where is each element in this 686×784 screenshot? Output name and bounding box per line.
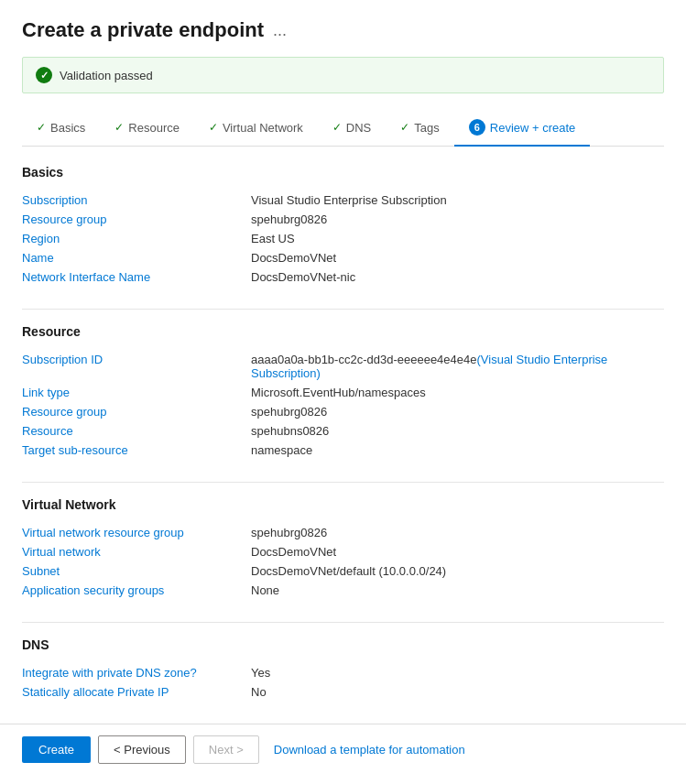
field-vnet-rg-value: spehubrg0826 [251, 526, 664, 539]
field-name: Name DocsDemoVNet [22, 248, 664, 267]
field-resource-rg-label: Resource group [22, 405, 251, 419]
tab-basics-label: Basics [50, 121, 85, 135]
field-asg-value: None [251, 583, 664, 597]
field-target-label: Target sub-resource [22, 443, 251, 457]
page-title: Create a private endpoint ... [22, 18, 664, 42]
resource-section-title: Resource [22, 324, 664, 339]
page-title-text: Create a private endpoint [22, 18, 264, 42]
field-resource-label: Resource [22, 424, 251, 438]
field-subnet-value: DocsDemoVNet/default (10.0.0.0/24) [251, 564, 664, 578]
field-vnet-rg-label: Virtual network resource group [22, 526, 251, 539]
field-integrate-dns-value: Yes [251, 666, 664, 680]
field-resource-value: spehubns0826 [251, 424, 664, 438]
divider-vnet-dns [22, 622, 664, 623]
tab-basics-check: ✓ [37, 121, 46, 134]
field-rg-value: spehubrg0826 [251, 212, 664, 226]
tab-dns-label: DNS [346, 121, 371, 135]
divider-resource-vnet [22, 482, 664, 483]
field-integrate-dns: Integrate with private DNS zone? Yes [22, 663, 664, 682]
field-resource-group: Resource group spehubrg0826 [22, 210, 664, 229]
field-link-type-value: Microsoft.EventHub/namespaces [251, 386, 664, 399]
field-integrate-dns-label: Integrate with private DNS zone? [22, 666, 251, 680]
download-template-link[interactable]: Download a template for automation [267, 736, 473, 763]
field-name-value: DocsDemoVNet [251, 251, 664, 265]
tab-resource-check: ✓ [114, 121, 124, 134]
tabs-bar: ✓ Basics ✓ Resource ✓ Virtual Network ✓ … [22, 110, 664, 147]
field-vnet-rg: Virtual network resource group spehubrg0… [22, 523, 664, 542]
bottom-bar: Create < Previous Next > Download a temp… [0, 724, 686, 775]
validation-text: Validation passed [60, 69, 153, 82]
field-region-value: East US [251, 232, 664, 245]
page-title-ellipsis: ... [273, 21, 287, 40]
tab-review-badge: 6 [469, 119, 485, 136]
dns-section-title: DNS [22, 637, 664, 652]
field-subscription-id: Subscription ID aaaa0a0a-bb1b-cc2c-dd3d-… [22, 350, 664, 383]
validation-banner: Validation passed [22, 57, 664, 93]
field-static-ip-value: No [251, 685, 664, 699]
basics-section-title: Basics [22, 165, 664, 180]
tab-dns-check: ✓ [332, 121, 342, 134]
vnet-section-title: Virtual Network [22, 497, 664, 512]
field-sub-id-value: aaaa0a0a-bb1b-cc2c-dd3d-eeeeee4e4e4e(Vis… [251, 353, 664, 380]
field-subscription: Subscription Visual Studio Enterprise Su… [22, 191, 664, 210]
field-nic-name: Network Interface Name DocsDemoVNet-nic [22, 267, 664, 287]
field-vnet-label: Virtual network [22, 545, 251, 559]
field-asg-label: Application security groups [22, 583, 251, 597]
basics-section: Basics Subscription Visual Studio Enterp… [22, 165, 664, 287]
tab-tags-label: Tags [414, 121, 439, 135]
tab-review-label: Review + create [490, 121, 576, 135]
field-rg-label: Resource group [22, 212, 251, 226]
field-static-ip: Statically allocate Private IP No [22, 682, 664, 702]
tab-dns[interactable]: ✓ DNS [318, 112, 386, 146]
field-subscription-value: Visual Studio Enterprise Subscription [251, 193, 664, 207]
field-resource-rg: Resource group spehubrg0826 [22, 402, 664, 421]
field-link-type-label: Link type [22, 386, 251, 399]
resource-section: Resource Subscription ID aaaa0a0a-bb1b-c… [22, 324, 664, 460]
field-target-sub-resource: Target sub-resource namespace [22, 441, 664, 460]
tab-resource[interactable]: ✓ Resource [100, 112, 194, 146]
field-vnet: Virtual network DocsDemoVNet [22, 542, 664, 561]
create-button[interactable]: Create [22, 736, 91, 763]
previous-button[interactable]: < Previous [98, 735, 186, 764]
field-static-ip-label: Statically allocate Private IP [22, 685, 251, 699]
field-sub-id-text: aaaa0a0a-bb1b-cc2c-dd3d-eeeeee4e4e4e [251, 353, 477, 366]
field-name-label: Name [22, 251, 251, 265]
dns-section: DNS Integrate with private DNS zone? Yes… [22, 637, 664, 702]
tab-virtual-network[interactable]: ✓ Virtual Network [194, 112, 318, 146]
tab-basics[interactable]: ✓ Basics [22, 112, 100, 146]
tab-tags[interactable]: ✓ Tags [386, 112, 453, 146]
field-region: Region East US [22, 229, 664, 248]
field-resource-rg-value: spehubrg0826 [251, 405, 664, 419]
field-vnet-value: DocsDemoVNet [251, 545, 664, 559]
tab-tags-check: ✓ [400, 121, 409, 134]
tab-resource-label: Resource [128, 121, 180, 135]
field-subscription-label: Subscription [22, 193, 251, 207]
vnet-section: Virtual Network Virtual network resource… [22, 497, 664, 600]
field-nic-label: Network Interface Name [22, 270, 251, 284]
next-button: Next > [193, 735, 259, 764]
field-sub-id-label: Subscription ID [22, 353, 251, 366]
field-target-value: namespace [251, 443, 664, 457]
field-nic-value: DocsDemoVNet-nic [251, 270, 664, 284]
field-subnet-label: Subnet [22, 564, 251, 578]
tab-review-create[interactable]: 6 Review + create [454, 110, 591, 147]
field-region-label: Region [22, 232, 251, 245]
field-subnet: Subnet DocsDemoVNet/default (10.0.0.0/24… [22, 561, 664, 581]
divider-basics-resource [22, 309, 664, 310]
tab-vnet-label: Virtual Network [223, 121, 303, 135]
field-asg: Application security groups None [22, 581, 664, 600]
field-link-type: Link type Microsoft.EventHub/namespaces [22, 383, 664, 402]
validation-icon [36, 67, 52, 83]
tab-vnet-check: ✓ [209, 121, 218, 134]
field-resource: Resource spehubns0826 [22, 421, 664, 441]
